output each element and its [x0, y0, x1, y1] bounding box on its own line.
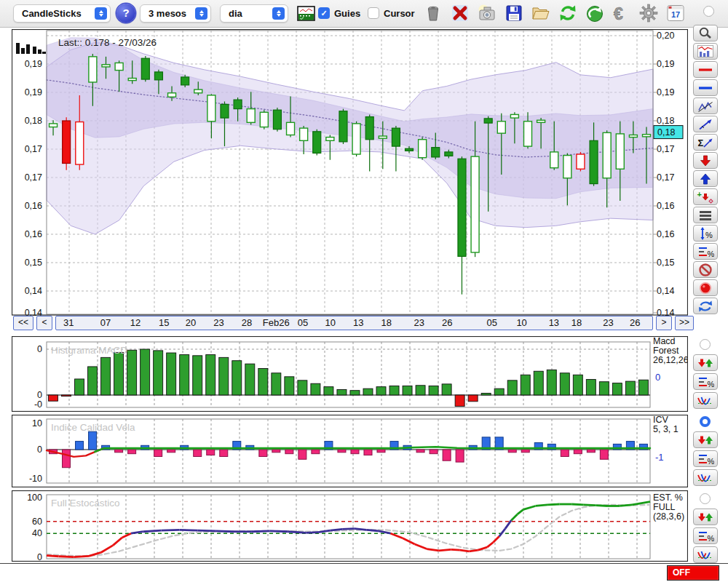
svg-text:0,16: 0,16 — [657, 229, 674, 239]
svg-text:%: % — [705, 230, 713, 239]
date-axis-label: 13 — [549, 317, 559, 328]
off-status-badge[interactable]: OFF — [667, 565, 719, 581]
svg-text:0,17: 0,17 — [657, 172, 674, 183]
svg-text:17: 17 — [671, 10, 680, 19]
tool-red-line-button[interactable] — [693, 61, 718, 78]
guies-label: Guies — [334, 8, 360, 19]
tool-indicator-chart-button[interactable] — [693, 43, 718, 60]
icv-chart[interactable]: Indice Calidad Vela100-10ICV5, 3, 1-1 — [12, 415, 688, 487]
status-bar: DURO FELGUERA (MDF.MC) /Users/mserra/Lib… — [0, 563, 728, 582]
icv-percent-lines-button[interactable]: % — [693, 450, 718, 467]
tool-arrow-up-blue-button[interactable] — [693, 170, 718, 187]
toolbar-icon-group: €17 — [423, 4, 687, 24]
svg-text:Macd: Macd — [653, 336, 676, 346]
euro-icon-button[interactable]: € — [612, 4, 633, 24]
price-chart[interactable]: Last:: 0.178 - 27/03/260,190,190,180,170… — [12, 29, 688, 316]
svg-text:0,16: 0,16 — [25, 229, 42, 239]
svg-text:0,15: 0,15 — [25, 258, 42, 268]
help-button[interactable]: ? — [116, 4, 135, 23]
svg-text:+: + — [697, 190, 702, 199]
svg-text:0,19: 0,19 — [25, 59, 42, 69]
tool-levels-button[interactable] — [693, 207, 718, 223]
svg-text:€: € — [614, 4, 623, 23]
sync-globe-icon-button[interactable] — [585, 4, 606, 24]
date-axis-label: 26 — [630, 317, 640, 328]
calendar-icon-button[interactable]: 17 — [665, 4, 687, 24]
svg-text:5, 3, 1: 5, 3, 1 — [653, 424, 678, 434]
macd-panel-radio[interactable] — [700, 339, 711, 350]
tool-measure-vertical-button[interactable]: % — [693, 225, 718, 242]
tool-trend-arrow-button[interactable] — [693, 116, 718, 132]
guies-checkbox[interactable]: ✓ — [318, 7, 330, 19]
chevron-updown-icon — [195, 7, 207, 20]
tool-blue-line-button[interactable] — [693, 79, 718, 96]
svg-text:-0: -0 — [34, 399, 42, 410]
period-select[interactable]: 3 mesos — [140, 4, 211, 23]
macd-updown-arrows-button[interactable] — [693, 354, 718, 371]
macd-curves-button[interactable] — [693, 392, 718, 409]
stochastic-chart[interactable]: Full Estocastico10060400EST. %FULL(28,3,… — [12, 490, 688, 562]
svg-text:0,14: 0,14 — [25, 308, 42, 316]
macd-histogram-chart[interactable]: Histgrama MACD00-0MacdForest26,12,260 — [12, 336, 688, 412]
top-right-radio[interactable] — [703, 6, 714, 17]
date-axis-label: 23 — [603, 317, 613, 328]
date-axis-bar[interactable]: 31071215202328Feb26051013182326051013182… — [55, 316, 653, 330]
tool-no-entry-button[interactable] — [693, 261, 718, 278]
date-axis-label: 12 — [130, 317, 141, 328]
chevron-updown-icon — [272, 7, 285, 20]
camera-icon-button[interactable] — [477, 4, 499, 24]
resolution-select[interactable]: dia — [220, 4, 288, 23]
svg-text:0: 0 — [37, 344, 42, 354]
svg-text:0,15: 0,15 — [657, 258, 674, 268]
icv-updown-arrows-button[interactable] — [693, 431, 718, 448]
cursor-checkbox[interactable] — [368, 7, 379, 19]
date-axis-label: 28 — [242, 317, 252, 328]
svg-text:0,18: 0,18 — [657, 116, 674, 126]
tool-sigma-trend-button[interactable]: Σ — [693, 134, 718, 151]
open-folder-icon-button[interactable] — [531, 4, 553, 24]
svg-text:0,17: 0,17 — [657, 144, 674, 154]
svg-text:Indice Calidad Vela: Indice Calidad Vela — [51, 422, 135, 433]
delete-x-icon-button[interactable] — [450, 4, 472, 24]
chart-window-icon-button[interactable] — [297, 6, 315, 21]
svg-text:0,19: 0,19 — [657, 87, 674, 97]
svg-text:10: 10 — [32, 418, 42, 428]
gear-icon-button[interactable] — [638, 4, 660, 24]
tool-percent-lines-button[interactable]: % — [693, 243, 718, 260]
stoch-curves-button[interactable] — [693, 546, 718, 563]
icv-panel-radio[interactable] — [700, 416, 711, 427]
scroll-fwd-button[interactable]: > — [656, 316, 672, 330]
stoch-panel-radio[interactable] — [700, 493, 711, 504]
macd-percent-lines-button[interactable]: % — [693, 373, 718, 390]
svg-text:0,18: 0,18 — [657, 127, 675, 137]
save-icon-button[interactable] — [504, 4, 526, 24]
tool-channel-button[interactable] — [693, 97, 718, 114]
svg-text:0,16: 0,16 — [25, 201, 42, 211]
scroll-back-button[interactable]: < — [36, 316, 52, 330]
svg-text:0,14: 0,14 — [657, 286, 674, 296]
svg-text:0,16: 0,16 — [657, 201, 674, 211]
scroll-back-fast-button[interactable]: << — [13, 316, 33, 330]
svg-text:0: 0 — [655, 372, 660, 383]
svg-text:Last:: 0.178 - 27/03/26: Last:: 0.178 - 27/03/26 — [58, 37, 157, 48]
refresh-icon-button[interactable] — [558, 4, 579, 24]
scroll-fwd-fast-button[interactable]: >> — [675, 316, 694, 330]
stoch-updown-arrows-button[interactable] — [693, 509, 718, 525]
trash-icon-button[interactable] — [423, 4, 445, 24]
date-axis-label: 26 — [442, 317, 452, 328]
resolution-value: dia — [229, 8, 242, 19]
chart-type-select[interactable]: CandleSticks — [13, 4, 111, 23]
tool-add-marker-button[interactable]: + — [693, 188, 718, 205]
svg-text:%: % — [708, 380, 715, 388]
toolbar: CandleSticks ? 3 mesos dia ✓ Guies Curso… — [0, 0, 728, 28]
icv-curves-button[interactable] — [693, 469, 718, 486]
tool-sync-button[interactable] — [693, 298, 718, 314]
tool-zoom-button[interactable] — [693, 25, 718, 41]
date-axis-label: 18 — [381, 317, 391, 328]
svg-text:0,14: 0,14 — [657, 308, 674, 316]
tool-record-button[interactable] — [693, 279, 718, 296]
chevron-updown-icon — [95, 7, 107, 20]
stoch-percent-lines-button[interactable]: % — [693, 527, 718, 544]
tool-arrow-down-red-button[interactable] — [693, 152, 718, 169]
date-axis-label: 13 — [353, 317, 363, 328]
